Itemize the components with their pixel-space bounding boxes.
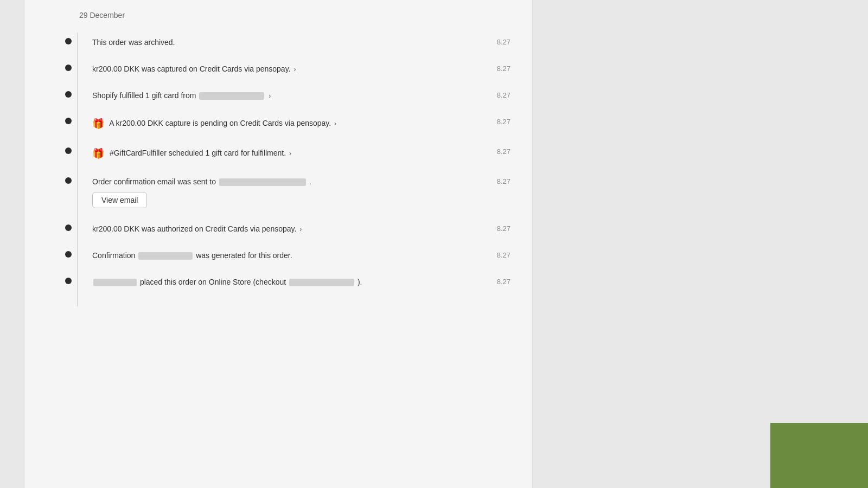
item-content: This order was archived.	[79, 37, 497, 48]
item-text: This order was archived.	[92, 38, 175, 47]
dot-container	[58, 223, 79, 231]
dot-container	[58, 176, 79, 184]
dot-container	[58, 63, 79, 71]
timeline-dot	[65, 251, 72, 258]
dot-container	[58, 90, 79, 98]
timeline-item-fulfilled-gift: Shopify fulfilled 1 gift card from › 8.2…	[58, 82, 532, 109]
chevron-icon: ›	[334, 119, 336, 129]
redacted-email	[219, 178, 306, 186]
redacted-confirmation	[138, 252, 193, 260]
item-time: 8.27	[497, 90, 532, 99]
item-content: placed this order on Online Store (check…	[79, 277, 497, 288]
timeline-dot	[65, 177, 72, 184]
chevron-icon: ›	[269, 91, 271, 101]
timeline-item-capture-pending: 🎁 A kr200.00 DKK capture is pending on C…	[58, 109, 532, 139]
dot-container	[58, 117, 79, 124]
item-content: 🎁 A kr200.00 DKK capture is pending on C…	[79, 117, 497, 131]
dot-container	[58, 37, 79, 44]
date-header: 29 December	[58, 11, 532, 20]
timeline-item-placed-order: placed this order on Online Store (check…	[58, 269, 532, 296]
timeline-item-order-email: Order confirmation email was sent to . V…	[58, 169, 532, 216]
gift-emoji: 🎁	[92, 118, 104, 129]
item-text: 🎁 A kr200.00 DKK capture is pending on C…	[92, 119, 336, 127]
item-content: Shopify fulfilled 1 gift card from ›	[79, 90, 497, 101]
timeline-item-gift-scheduled: 🎁 #GiftCardFulfiller scheduled 1 gift ca…	[58, 139, 532, 169]
item-text: placed this order on Online Store (check…	[92, 278, 362, 286]
item-time: 8.27	[497, 277, 532, 286]
item-content: Confirmation was generated for this orde…	[79, 250, 497, 261]
timeline-item-captured: kr200.00 DKK was captured on Credit Card…	[58, 56, 532, 82]
timeline-dot	[65, 278, 72, 284]
item-time: 8.27	[497, 146, 532, 156]
item-time: 8.27	[497, 63, 532, 73]
chevron-icon: ›	[289, 149, 291, 158]
item-content: 🎁 #GiftCardFulfiller scheduled 1 gift ca…	[79, 146, 497, 161]
timeline-dot	[65, 118, 72, 124]
redacted-store-name	[199, 92, 264, 100]
timeline-item-archived: This order was archived. 8.27	[58, 29, 532, 56]
timeline-dot	[65, 147, 72, 154]
dot-container	[58, 146, 79, 154]
timeline-item-confirmation-generated: Confirmation was generated for this orde…	[58, 242, 532, 269]
item-text: Shopify fulfilled 1 gift card from ›	[92, 91, 271, 100]
item-text: 🎁 #GiftCardFulfiller scheduled 1 gift ca…	[92, 149, 291, 157]
timeline-item-authorized: kr200.00 DKK was authorized on Credit Ca…	[58, 216, 532, 242]
gift-emoji: 🎁	[92, 148, 104, 159]
dot-container	[58, 250, 79, 258]
item-time: 8.27	[497, 37, 532, 46]
timeline-dot	[65, 224, 72, 231]
item-text: kr200.00 DKK was captured on Credit Card…	[92, 65, 296, 73]
view-email-button[interactable]: View email	[92, 192, 147, 208]
item-time: 8.27	[497, 176, 532, 185]
item-text: Confirmation was generated for this orde…	[92, 251, 292, 260]
green-corner-decoration	[770, 423, 868, 488]
item-content: Order confirmation email was sent to . V…	[79, 176, 497, 208]
redacted-customer	[93, 279, 137, 286]
item-time: 8.27	[497, 250, 532, 259]
timeline-dot	[65, 91, 72, 98]
chevron-icon: ›	[299, 224, 302, 234]
item-content: kr200.00 DKK was captured on Credit Card…	[79, 63, 497, 75]
item-time: 8.27	[497, 223, 532, 233]
redacted-checkout	[289, 279, 354, 286]
chevron-icon: ›	[293, 65, 296, 74]
item-text: kr200.00 DKK was authorized on Credit Ca…	[92, 224, 302, 233]
item-text: Order confirmation email was sent to .	[92, 177, 311, 186]
item-content: kr200.00 DKK was authorized on Credit Ca…	[79, 223, 497, 235]
timeline-dot	[65, 65, 72, 71]
item-time: 8.27	[497, 117, 532, 126]
dot-container	[58, 277, 79, 284]
timeline-dot	[65, 38, 72, 44]
